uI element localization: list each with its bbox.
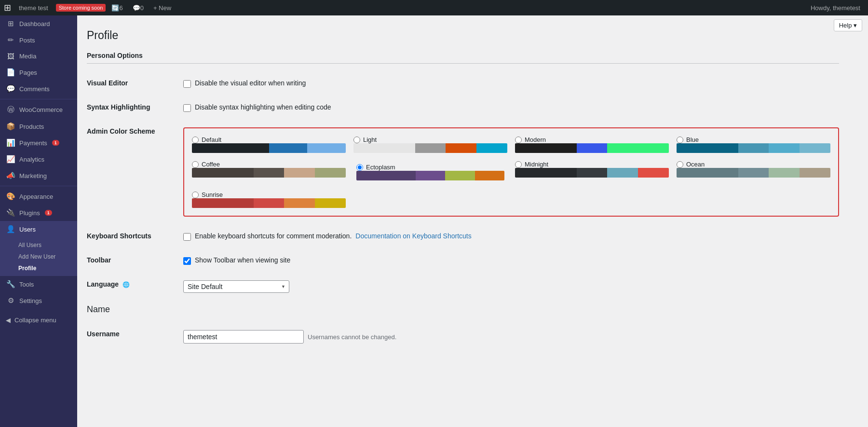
toolbar-row: Toolbar Show Toolbar when viewing site [87,248,839,273]
color-scheme-midnight[interactable]: Midnight [515,161,669,183]
sidebar-item-users[interactable]: 👤 Users [0,221,77,237]
color-swatches-ocean [677,168,830,178]
color-swatches-ectoplasm [356,171,504,180]
sidebar-item-pages[interactable]: 📄 Pages [0,64,77,81]
color-scheme-radio-default[interactable] [192,137,199,143]
wp-logo-icon[interactable]: ⊞ [4,2,11,13]
sidebar-item-label: Appearance [19,193,53,200]
syntax-highlighting-row: Syntax Highlighting Disable syntax highl… [87,96,839,120]
sidebar-item-label: Comments [19,85,50,93]
visual-editor-label: Visual Editor [87,71,183,96]
toolbar-checkbox[interactable] [183,257,191,265]
toolbar-checkbox-label[interactable]: Show Toolbar when viewing site [183,256,839,265]
sidebar-item-payments[interactable]: 📊 Payments 1 [0,135,77,151]
dashboard-icon: ⊞ [6,19,15,28]
pages-icon: 📄 [6,68,15,77]
username-label: Username [87,322,183,351]
color-scheme-radio-ectoplasm[interactable] [356,164,363,171]
adminbar-updates[interactable]: 🔄 6 [108,0,126,15]
color-swatches-midnight [515,168,669,178]
collapse-menu-button[interactable]: ◀ Collapse menu [0,313,77,328]
username-row: Username Usernames cannot be changed. [87,322,839,351]
help-button[interactable]: Help ▾ [834,19,862,31]
language-select[interactable]: Site Default English (United States) Fre… [183,280,289,293]
username-note: Usernames cannot be changed. [308,333,396,341]
adminbar-comments[interactable]: 💬 0 [129,0,148,15]
comments-bubble-icon: 💬 [6,84,15,93]
visual-editor-checkbox[interactable] [183,80,191,88]
adminbar-site-name[interactable]: theme test [15,0,52,15]
sidebar-item-label: Plugins [19,209,40,217]
sidebar-item-plugins[interactable]: 🔌 Plugins 1 [0,205,77,221]
sidebar-item-label: Media [19,53,36,60]
sidebar-item-appearance[interactable]: 🎨 Appearance [0,188,77,205]
keyboard-shortcuts-row: Keyboard Shortcuts Enable keyboard short… [87,224,839,248]
sidebar-subitem-add-new-user[interactable]: Add New User [0,251,77,262]
keyboard-shortcuts-checkbox-label[interactable]: Enable keyboard shortcuts for comment mo… [183,232,839,241]
sidebar-subitem-all-users[interactable]: All Users [0,239,77,251]
syntax-highlighting-checkbox-text: Disable syntax highlighting when editing… [195,103,331,111]
color-scheme-name-light: Light [363,136,377,143]
color-scheme-name-sunrise: Sunrise [202,191,223,198]
adminbar-store-badge[interactable]: Store coming soon [56,4,106,12]
plugins-badge: 1 [45,210,52,216]
color-scheme-name-coffee: Coffee [202,161,220,168]
visual-editor-checkbox-label[interactable]: Disable the visual editor when writing [183,79,839,88]
sidebar-item-comments[interactable]: 💬 Comments [0,81,77,97]
color-scheme-light[interactable]: Light [353,136,507,153]
appearance-icon: 🎨 [6,192,15,201]
sidebar-item-settings[interactable]: ⚙ Settings [0,292,77,309]
sidebar-subitem-profile[interactable]: Profile [0,262,77,274]
sidebar-item-label: Users [19,226,36,233]
color-scheme-blue[interactable]: Blue [677,136,830,153]
sidebar-item-dashboard[interactable]: ⊞ Dashboard [0,15,77,32]
name-form-table: Username Usernames cannot be changed. [87,322,839,351]
sidebar-item-woocommerce[interactable]: Ⓦ WooCommerce [0,101,77,118]
updates-icon: 🔄 [111,4,119,12]
color-scheme-sunrise[interactable]: Sunrise [192,191,346,208]
keyboard-shortcuts-checkbox[interactable] [183,233,191,241]
users-submenu: All Users Add New User Profile [0,237,77,276]
keyboard-shortcuts-link[interactable]: Documentation on Keyboard Shortcuts [355,232,471,240]
language-select-wrap: Site Default English (United States) Fre… [183,280,289,293]
color-scheme-name-blue: Blue [686,136,699,143]
payments-badge: 1 [52,140,59,146]
color-scheme-radio-modern[interactable] [515,137,522,143]
analytics-icon: 📈 [6,155,15,164]
tools-icon: 🔧 [6,280,15,289]
users-icon: 👤 [6,225,15,234]
color-scheme-container: Default [183,127,839,217]
color-scheme-radio-sunrise[interactable] [192,192,199,198]
syntax-highlighting-checkbox-label[interactable]: Disable syntax highlighting when editing… [183,103,839,112]
sidebar-item-tools[interactable]: 🔧 Tools [0,276,77,292]
woocommerce-icon: Ⓦ [6,105,15,114]
color-scheme-modern[interactable]: Modern [515,136,669,153]
color-scheme-name-ocean: Ocean [686,161,705,168]
color-scheme-radio-ocean[interactable] [677,161,683,168]
adminbar-new[interactable]: + New [149,0,175,15]
sidebar-item-posts[interactable]: ✏ Posts [0,32,77,48]
sidebar-item-marketing[interactable]: 📣 Marketing [0,167,77,184]
color-scheme-radio-light[interactable] [353,137,360,143]
color-scheme-ocean[interactable]: Ocean [677,161,830,183]
color-scheme-ectoplasm[interactable]: Ectoplasm [353,161,507,183]
color-scheme-radio-blue[interactable] [677,137,683,143]
media-icon: 🖼 [6,52,15,60]
syntax-highlighting-checkbox[interactable] [183,104,191,112]
sidebar-item-media[interactable]: 🖼 Media [0,48,77,64]
sidebar-item-label: Payments [19,139,47,147]
color-scheme-radio-coffee[interactable] [192,161,199,168]
toolbar-checkbox-text: Show Toolbar when viewing site [195,256,290,264]
visual-editor-checkbox-text: Disable the visual editor when writing [195,79,306,87]
color-scheme-default[interactable]: Default [192,136,346,153]
personal-options-heading: Personal Options [87,52,839,64]
plugins-icon: 🔌 [6,208,15,217]
color-swatches-blue [677,143,830,153]
sidebar-item-analytics[interactable]: 📈 Analytics [0,151,77,167]
username-input[interactable] [183,330,304,344]
color-swatches-coffee [192,168,346,178]
color-scheme-coffee[interactable]: Coffee [192,161,346,183]
sidebar-item-label: Analytics [19,156,44,163]
color-scheme-radio-midnight[interactable] [515,161,522,168]
sidebar-item-products[interactable]: 📦 Products [0,118,77,135]
